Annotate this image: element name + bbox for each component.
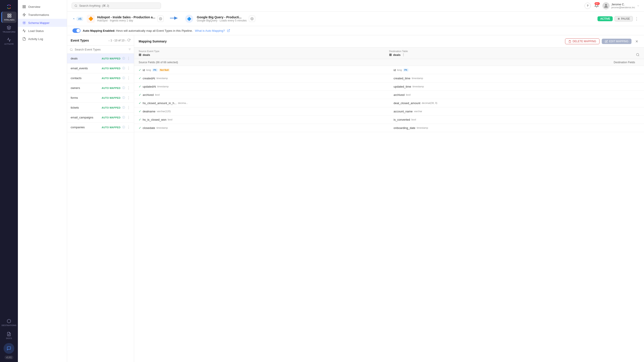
sidebar-item-load-status[interactable]: Load Status [18, 27, 67, 35]
dest-field-type: timestamp [412, 77, 423, 79]
info-icon[interactable]: ⓘ [122, 115, 125, 119]
info-icon[interactable]: ⓘ [122, 76, 125, 80]
pagination-next-button[interactable]: › [125, 39, 126, 42]
info-icon[interactable]: ⓘ [122, 96, 125, 100]
svg-point-23 [252, 18, 252, 19]
edit-mapping-button[interactable]: EDIT MAPPING [602, 39, 632, 44]
dest-field-type: timestamp [417, 126, 428, 129]
svg-rect-25 [619, 18, 620, 20]
source-connector: 🔶 Hubspot - Inside Sales - Production a.… [87, 15, 164, 23]
field-row: ✓ archived bool archived bool [134, 91, 644, 99]
auto-mapping-link[interactable]: What is Auto Mapping? [195, 29, 225, 32]
source-settings-button[interactable] [158, 16, 164, 22]
destination-table-options[interactable]: ⋮ [402, 53, 405, 56]
field-checkbox[interactable]: ✓ [139, 126, 141, 130]
field-checkbox[interactable]: ✓ [139, 109, 141, 113]
nav-destinations[interactable]: DESTINATIONS [1, 317, 16, 328]
nav-transform[interactable]: TRANSFORM [1, 24, 16, 35]
source-field-type: timestamp [157, 85, 168, 88]
field-checkbox[interactable]: ✓ [139, 68, 141, 72]
destination-field-cell: onboarding_date timestamp [389, 124, 644, 132]
dest-field-type: bool [406, 93, 410, 96]
item-menu-button[interactable]: ⋮ [127, 76, 130, 80]
item-menu-button[interactable]: ⋮ [127, 125, 130, 129]
event-list-item[interactable]: forms AUTO MAPPED ⓘ ⋮ [67, 93, 134, 103]
pagination-prev-button[interactable]: ‹ [109, 39, 110, 42]
search-input[interactable] [79, 4, 158, 7]
search-mapping-icon[interactable] [636, 53, 640, 56]
event-list-item[interactable]: contacts AUTO MAPPED ⓘ ⋮ [67, 73, 134, 83]
panels-row: Event Types ‹ 1 - 13 of 13 › [67, 35, 644, 362]
source-table-icon: ⊞ [139, 53, 141, 56]
item-menu-button[interactable]: ⋮ [127, 56, 130, 60]
item-menu-button[interactable]: ⋮ [127, 115, 130, 120]
nav-activate[interactable]: ACTIVATE [1, 36, 16, 47]
info-icon[interactable]: ⓘ [122, 125, 125, 129]
field-checkbox[interactable]: ✓ [139, 93, 141, 96]
event-item-name: email_campaigns [71, 116, 100, 119]
field-checkbox[interactable]: ✓ [139, 118, 141, 121]
source-column-header: Source Event Type ⊞ deals [139, 50, 389, 56]
source-field-name: updatedAt [143, 85, 156, 88]
field-row: ✓ hs_closed_amount_in_h... decima... dea… [134, 99, 644, 107]
delete-mapping-button[interactable]: DELETE MAPPING [565, 38, 600, 44]
event-list-item[interactable]: deals AUTO MAPPED ⓘ ⋮ [67, 54, 134, 63]
event-list-item[interactable]: companies AUTO MAPPED ⓘ ⋮ [67, 122, 134, 132]
item-menu-button[interactable]: ⋮ [127, 66, 130, 70]
mapping-body: ✓ id long PKNot Null id long PK ✓ create… [134, 66, 644, 362]
nav-docs[interactable]: DOCS [1, 330, 16, 341]
sidebar-item-schema-mapper[interactable]: Schema Mapper [18, 19, 67, 27]
destination-settings-button[interactable] [249, 16, 255, 22]
info-icon[interactable]: ⓘ [122, 56, 125, 60]
pause-icon [618, 17, 620, 20]
info-icon[interactable]: ⓘ [122, 66, 125, 70]
info-icon[interactable]: ⓘ [122, 86, 125, 90]
sidebar-item-transformations[interactable]: Transformations [18, 11, 67, 19]
event-list-item[interactable]: email_events AUTO MAPPED ⓘ ⋮ [67, 63, 134, 73]
pause-button[interactable]: PAUSE [614, 16, 633, 21]
field-checkbox[interactable]: ✓ [139, 76, 141, 80]
item-menu-button[interactable]: ⋮ [127, 96, 130, 100]
more-options-button[interactable]: ⋮ [634, 16, 639, 21]
source-field-type: long [146, 69, 151, 71]
event-list-item[interactable]: owners AUTO MAPPED ⓘ ⋮ [67, 83, 134, 93]
notifications-button[interactable]: 99+ [594, 3, 599, 8]
auto-mapping-toggle[interactable] [72, 28, 80, 33]
svg-point-2 [10, 5, 11, 6]
source-field-type: timestamp [156, 126, 168, 129]
search-events-input[interactable] [75, 48, 126, 51]
nav-pipelines[interactable]: PIPELINES [1, 12, 16, 23]
close-button[interactable]: ✕ [634, 38, 640, 44]
event-list-item[interactable]: email_campaigns AUTO MAPPED ⓘ ⋮ [67, 113, 134, 122]
info-icon[interactable]: ⓘ [122, 106, 125, 109]
filter-icon[interactable] [128, 48, 131, 51]
destination-table-name: ⊞ deals ⋮ [389, 53, 640, 56]
user-menu[interactable]: Jerome C. jerome@westeros.inc [602, 2, 640, 9]
source-field-name: dealname [143, 110, 156, 113]
event-item-name: email_events [71, 67, 100, 70]
source-field-cell: ✓ hs_is_closed_won bool [134, 115, 389, 124]
field-checkbox[interactable]: ✓ [139, 101, 141, 105]
event-list-item[interactable]: tickets AUTO MAPPED ⓘ ⋮ [67, 103, 134, 113]
source-field-type: decima... [178, 102, 188, 104]
sidebar-item-activity-log[interactable]: Activity Log [18, 35, 67, 43]
item-menu-button[interactable]: ⋮ [127, 105, 130, 110]
rank-badge: #5 [76, 17, 83, 21]
global-search[interactable] [72, 2, 161, 9]
pagination-of: of [118, 39, 120, 42]
pk-badge: PK [152, 69, 158, 71]
nav-live-chat[interactable]: LIVE CHAT [4, 343, 14, 354]
pipeline-header: #5 🔶 Hubspot - Inside Sales - Production… [67, 12, 644, 26]
svg-rect-6 [8, 14, 9, 15]
event-item-name: tickets [71, 106, 100, 109]
refresh-button[interactable] [127, 38, 130, 42]
field-checkbox[interactable]: ✓ [139, 85, 141, 88]
help-button[interactable]: ? [584, 3, 591, 9]
destination-label: Destination Table [389, 50, 640, 52]
user-info: Jerome C. jerome@westeros.inc [611, 3, 635, 9]
destination-field-cell: is_converted bool [389, 116, 644, 124]
pagination-range: 1 - 13 [110, 39, 118, 42]
source-field-cell: ✓ id long PKNot Null [134, 66, 389, 74]
sidebar-item-overview[interactable]: Overview [18, 3, 67, 11]
item-menu-button[interactable]: ⋮ [127, 86, 130, 90]
